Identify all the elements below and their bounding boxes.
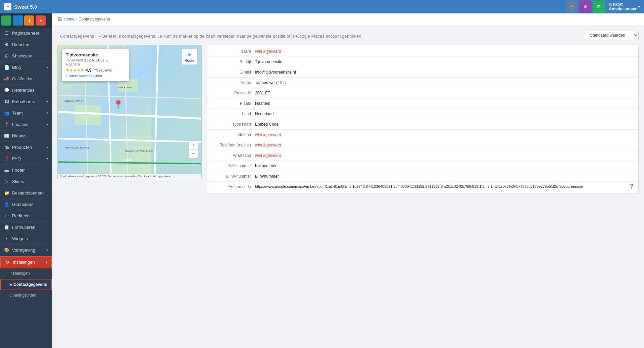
content-area: Contactgegevens » Beheer je contactgegev… [52, 25, 644, 348]
vormgeving-chevron-icon: ▾ [46, 248, 48, 252]
breadcrumb: 🏠 Home › Contactgegevens [52, 13, 644, 25]
sidebar-icon-user[interactable]: 👤 [13, 15, 23, 26]
message-button[interactable]: ☰ [566, 1, 578, 13]
svg-text:TER KLEEF: TER KLEEF [118, 86, 132, 89]
sidebar-subitem-contactgegevens[interactable]: ◂ Contactgegevens [0, 279, 52, 290]
sidebar-item-redirects[interactable]: ↩ Redirects [0, 210, 52, 222]
bedrijf-value: Tijdvooreensite [255, 59, 634, 65]
sidebar-item-locaties[interactable]: 📍 Locaties ▾ [0, 119, 52, 130]
detail-telefoon-mobiel-row: Telefoon (mobiel) Niet ingevoerd [207, 140, 638, 150]
sidebar-icon-share[interactable]: ✦ [36, 15, 46, 26]
sidebar-item-call2action[interactable]: 📣 Call2action [0, 73, 52, 85]
map-zoom-out-button[interactable]: − [189, 149, 198, 158]
email-label: E-mail [211, 69, 255, 75]
sidebar-label-referenties: Referenties [12, 88, 34, 93]
app-logo: ✦ [4, 3, 11, 10]
sidebar-label-instellingen: Instellingen [13, 260, 35, 265]
sidebar-label-producten: Producten [12, 145, 32, 150]
blog-icon: 📄 [4, 65, 9, 70]
route-arrow-icon: ➤ [187, 51, 192, 58]
detail-postcode-row: Postcode 2031 ET [207, 88, 638, 98]
sidebar-item-paginabeheer[interactable]: ☰ Paginabeheer [0, 28, 52, 39]
bestandsbeheer-icon: 📁 [4, 190, 9, 195]
showcase-icon: ⊞ [4, 53, 9, 58]
sidebar-label-redirects: Redirects [12, 213, 31, 218]
breadcrumb-home-link[interactable]: Home [64, 17, 75, 21]
sidebar-sublabel-openingstijden: Openingstijden [9, 293, 36, 298]
telefoon-mobiel-value: Niet ingevoerd [255, 142, 634, 148]
svg-rect-0 [151, 45, 201, 179]
sidebar-item-vormgeving[interactable]: 🎨 Vormgeving ▾ [0, 245, 52, 256]
breadcrumb-sep: › [76, 17, 77, 21]
call2action-icon: 📣 [4, 76, 9, 81]
standaard-waardes-dropdown[interactable]: Standaard waardes [585, 31, 639, 40]
sidebar-item-referenties[interactable]: 💬 Referenties [0, 85, 52, 96]
embed-help-icon[interactable]: ❓ [629, 184, 634, 189]
sidebar-item-showcase[interactable]: ⊞ Showcase [0, 50, 52, 62]
sidebar-icon-map[interactable]: 📍 [1, 15, 11, 26]
sidebar-subitem-instellingen[interactable]: Instellingen [0, 268, 52, 279]
diensten-icon: ⚙ [4, 42, 9, 47]
sidebar-subitem-openingstijden[interactable]: Openingstijden [0, 290, 52, 301]
breadcrumb-current: Contactgegevens [79, 17, 110, 21]
app-name: Sweet 5.0 [14, 4, 37, 10]
sidebar-item-formulieren[interactable]: 📋 Formulieren [0, 222, 52, 233]
detail-bedrijf-row: Bedrijf Tijdvooreensite [207, 57, 638, 67]
fotoalbums-icon: 🖼 [4, 99, 9, 104]
sidebar-item-nieuws[interactable]: 📰 Nieuws [0, 130, 52, 142]
map-zoom-in-button[interactable]: + [189, 141, 198, 149]
kvk-value: Kvknummer [255, 163, 634, 169]
sidebar-label-call2action: Call2action [12, 76, 34, 81]
map-popup: Tijdvooreensite Tappersweg 12 A, 2031 ET… [62, 49, 129, 81]
sidebar-label-faq: FAQ [12, 156, 21, 161]
map-route-button[interactable]: ➤ Route [182, 49, 197, 65]
topbar: ✦ Sweet 5.0 ☰ ♛ ✉ Welkom,Angela Lanser ▾ [0, 0, 644, 13]
sidebar-label-locaties: Locaties [12, 122, 28, 127]
sidebar-item-fotoalbums[interactable]: 🖼 Fotoalbums ▾ [0, 96, 52, 107]
sidebar-item-footer[interactable]: ▬ Footer [0, 165, 52, 176]
mail-button[interactable]: ✉ [593, 1, 605, 13]
topbar-actions: ☰ ♛ ✉ Welkom,Angela Lanser ▾ [566, 1, 640, 13]
kvk-label: KvK-nummer [211, 163, 255, 169]
sidebar-item-widgets[interactable]: ▪ Widgets [0, 233, 52, 245]
sidebar-label-formulieren: Formulieren [12, 225, 35, 230]
map-popup-bigger-link[interactable]: Grotere kaart bekijken [66, 74, 125, 78]
gebruikers-icon: 👤 [4, 202, 9, 207]
map-popup-rating: 4,9 [86, 68, 92, 73]
redirects-icon: ↩ [4, 213, 9, 218]
map-marker: 📍 [113, 100, 123, 109]
detail-plaats-row: Plaats Haarlem [207, 98, 638, 109]
sidebar-label-nieuws: Nieuws [12, 133, 27, 138]
plaats-value: Haarlem [255, 100, 634, 106]
sidebar-item-team[interactable]: 👥 Team ▾ [0, 107, 52, 119]
vormgeving-icon: 🎨 [4, 248, 9, 253]
sidebar-icon-download[interactable]: ⬇ [24, 15, 34, 26]
sidebar-item-instellingen[interactable]: ⚙ Instellingen ▾ [0, 256, 52, 268]
sidebar-item-faq[interactable]: ❓ FAQ ▾ [0, 153, 52, 165]
map-footer: Sneltoetsen Kaartgegevens ©2022 Gebruiks… [58, 174, 201, 179]
sidebar-item-producten[interactable]: 🛍 Producten ▾ [0, 142, 52, 153]
producten-chevron-icon: ▾ [46, 145, 48, 149]
sidebar-item-bestandsbeheer[interactable]: 📁 Bestandsbeheer [0, 187, 52, 199]
svg-text:TRANSVAALBUURT: TRANSVAALBUURT [64, 146, 89, 149]
shield-button[interactable]: ♛ [579, 1, 591, 13]
postcode-value: 2031 ET [255, 90, 634, 96]
sidebar-item-blog[interactable]: 📄 Blog ▾ [0, 62, 52, 73]
map-popup-address: Tappersweg 12 A, 2031 ET Haarlem [66, 58, 125, 66]
sidebar-label-bestandsbeheer: Bestandsbeheer [12, 190, 44, 195]
svg-rect-1 [75, 105, 101, 125]
user-menu[interactable]: Welkom,Angela Lanser ▾ [609, 2, 640, 11]
sidebar-item-gebruikers[interactable]: 👤 Gebruikers [0, 199, 52, 210]
type-kaart-label: Type kaart [211, 121, 255, 127]
sidebar-item-slides[interactable]: ▷ Slides [0, 176, 52, 187]
sidebar-label-paginabeheer: Paginabeheer [12, 31, 39, 36]
btw-value: BTWnummer [255, 173, 634, 179]
blog-chevron-icon: ▾ [46, 66, 48, 69]
sidebar-label-blog: Blog [12, 65, 21, 70]
adres-value: Tappersweg 12 a [255, 80, 634, 86]
route-label: Route [185, 58, 194, 62]
detail-adres-row: Adres Tappersweg 12 a [207, 78, 638, 88]
sidebar-item-diensten[interactable]: ⚙ Diensten [0, 39, 52, 50]
whatsapp-value: Niet ingevoerd [255, 153, 634, 159]
sidebar-top-icons: 📍 👤 ⬇ ✦ [0, 13, 52, 28]
